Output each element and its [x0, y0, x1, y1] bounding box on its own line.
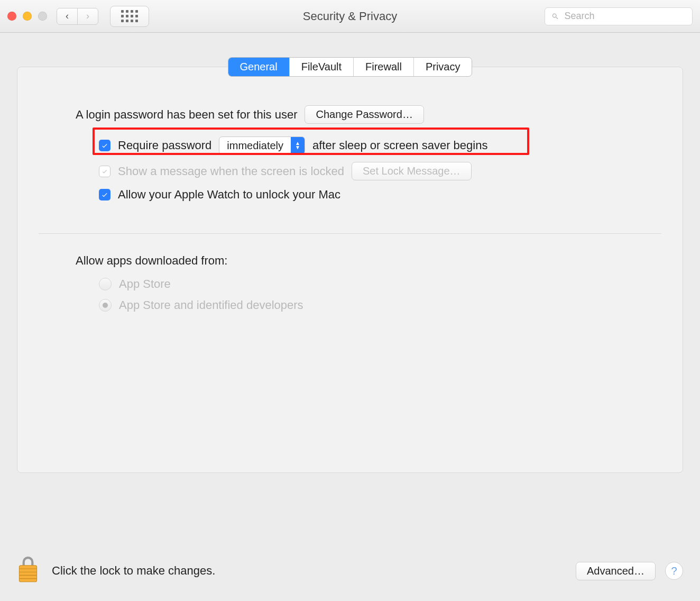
- login-password-text: A login password has been set for this u…: [76, 108, 297, 122]
- require-password-label-post: after sleep or screen saver begins: [312, 139, 487, 152]
- help-button[interactable]: ?: [665, 562, 683, 580]
- tab-general[interactable]: General: [228, 58, 290, 76]
- radio-identified-label: App Store and identified developers: [119, 298, 303, 312]
- check-icon: [102, 168, 108, 175]
- check-icon: [101, 191, 108, 198]
- show-all-prefs-button[interactable]: [110, 6, 149, 27]
- apple-watch-unlock-label: Allow your Apple Watch to unlock your Ma…: [118, 188, 340, 202]
- tab-filevault[interactable]: FileVault: [290, 58, 354, 76]
- advanced-button[interactable]: Advanced…: [576, 562, 656, 580]
- window-controls: [7, 12, 47, 21]
- require-password-label-pre: Require password: [118, 139, 211, 152]
- change-password-button[interactable]: Change Password…: [305, 105, 423, 124]
- search-icon: [551, 12, 559, 21]
- forward-button[interactable]: ›: [77, 8, 98, 25]
- radio-identified-developers[interactable]: [99, 299, 112, 312]
- tab-bar: General FileVault Firewall Privacy: [0, 57, 700, 77]
- general-panel: A login password has been set for this u…: [17, 67, 683, 473]
- check-icon: [101, 142, 108, 149]
- updown-arrows-icon: ▲▼: [291, 137, 305, 154]
- tab-privacy[interactable]: Privacy: [414, 58, 472, 76]
- apple-watch-unlock-checkbox[interactable]: [99, 189, 110, 201]
- show-lock-message-checkbox[interactable]: [99, 166, 110, 177]
- allow-apps-heading: Allow apps downloaded from:: [76, 254, 624, 268]
- grid-icon: [121, 10, 138, 22]
- zoom-window-button[interactable]: [38, 12, 47, 21]
- close-window-button[interactable]: [7, 12, 16, 21]
- require-password-delay-popup[interactable]: immediately ▲▼: [219, 136, 305, 154]
- minimize-window-button[interactable]: [23, 12, 32, 21]
- svg-rect-0: [19, 566, 36, 582]
- lock-icon[interactable]: [17, 556, 39, 586]
- chevron-right-icon: ›: [86, 11, 89, 22]
- search-input[interactable]: [564, 10, 686, 22]
- lock-hint-text: Click the lock to make changes.: [52, 564, 215, 578]
- show-lock-message-label: Show a message when the screen is locked: [118, 165, 344, 178]
- footer: Click the lock to make changes. Advanced…: [17, 556, 683, 586]
- search-field[interactable]: [545, 7, 693, 25]
- tab-firewall[interactable]: Firewall: [354, 58, 414, 76]
- set-lock-message-button[interactable]: Set Lock Message…: [352, 162, 472, 180]
- popup-value: immediately: [219, 140, 291, 152]
- back-button[interactable]: ‹: [57, 8, 78, 25]
- chevron-left-icon: ‹: [66, 11, 69, 22]
- titlebar: ‹ › Security & Privacy: [0, 0, 700, 33]
- radio-app-store-label: App Store: [119, 277, 171, 291]
- divider: [39, 233, 661, 234]
- require-password-checkbox[interactable]: [99, 140, 110, 151]
- radio-app-store[interactable]: [99, 278, 112, 290]
